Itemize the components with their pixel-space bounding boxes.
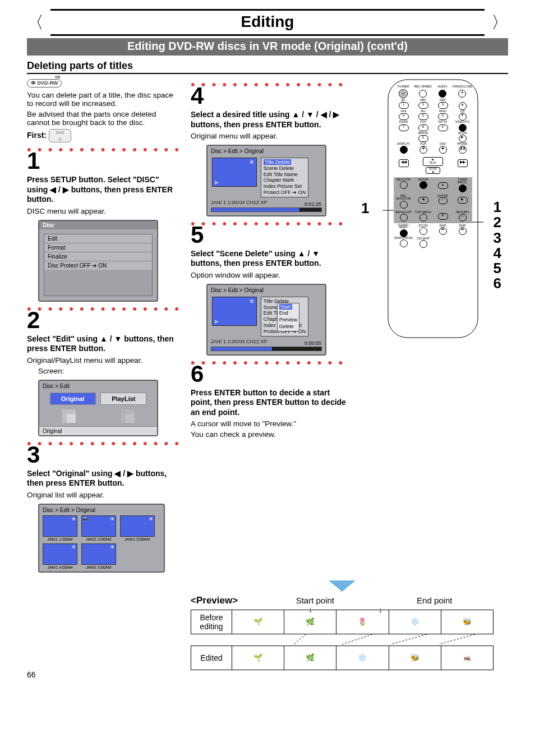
btn-label: ZOOM: [413, 224, 433, 228]
osd5-menu: Title Delete Scene Delete Edit Title Nam…: [261, 297, 309, 336]
step-1-number: 1: [27, 149, 178, 173]
column-left: VR 👁 DVD-RW You can delete part of a tit…: [27, 77, 178, 577]
btn-label: DISPLAY: [394, 142, 413, 146]
btn-num: 4: [399, 113, 409, 120]
step-3-number: 3: [27, 443, 178, 467]
popup-item: Start: [279, 304, 292, 310]
btn-label: MENU/LIST: [394, 211, 413, 214]
cube-icon: [121, 409, 135, 423]
osd1-item: Finalize: [44, 252, 152, 261]
end-point-label: End point: [417, 596, 452, 605]
btn-num: 2: [418, 102, 428, 109]
btn-label: CLEAR/C-RESET: [394, 224, 413, 229]
osd-scene-delete: Disc > Edit > Original ▣▶ Title Delete S…: [206, 284, 326, 356]
preview-table: Before editing 🌱 🌿 🌷 ❄️ 🐝 Edited 🌱 🌿: [191, 610, 494, 670]
intro-text-2: Be advised that the parts once deleted c…: [27, 110, 178, 127]
page-number: 66: [27, 670, 36, 679]
btn-label: PAUSE: [453, 142, 472, 146]
page-title: Editing: [50, 11, 485, 34]
svg-line-6: [439, 634, 475, 644]
callout-num: 5: [494, 261, 501, 276]
btn-label: JKL: [413, 110, 433, 113]
page-title-frame: 〈 Editing 〉: [27, 9, 508, 36]
remote-illustration: 1 1 2 3 4 5 6: [382, 77, 483, 341]
osd4-title: Disc > Edit > Original: [207, 146, 325, 154]
popup-item: Preview: [279, 317, 297, 324]
btn-label: PQRS: [394, 121, 413, 124]
osd4-item: Scene Delete: [264, 165, 306, 172]
cube-icon: [62, 409, 76, 423]
step-4-body: Original menu will appear.: [191, 132, 348, 140]
btn-label: SEARCH MODE: [394, 237, 413, 240]
osd-original-menu: Disc > Edit > Original ▣▶ Title Delete S…: [206, 145, 326, 216]
btn-label: VCR: [413, 142, 433, 146]
step-divider: • • • • • • • • • • • • • • • • • • • • …: [191, 222, 348, 227]
vr-label: VR: [55, 75, 61, 79]
start-point-label: Start point: [296, 596, 334, 605]
step-3-head: Select "Original" using ◀ / ▶ buttons, t…: [27, 469, 178, 488]
btn-num: 5: [418, 113, 428, 120]
callout-num: 1: [494, 200, 501, 215]
column-right: 1 1 2 3 4 5 6: [360, 77, 506, 341]
step-6-head: Press ENTER button to decide a start poi…: [191, 388, 348, 418]
osd4-menu: Title Delete Scene Delete Edit Title Nam…: [261, 158, 309, 197]
osd4-item: Chapter Mark: [264, 177, 306, 183]
step-5-number: 5: [191, 223, 348, 247]
osd5-time: 0:00:55: [305, 340, 321, 346]
osd4-time: 0:01:25: [305, 201, 321, 207]
intro-text-1: You can delete part of a title, the disc…: [27, 91, 178, 108]
btn-num: 6: [438, 113, 448, 120]
btn-label: REC SPEED: [413, 85, 433, 89]
step-divider: • • • • • • • • • • • • • • • • • • • • …: [27, 148, 178, 153]
btn-label: GHI: [394, 110, 413, 113]
svg-line-3: [294, 634, 306, 644]
osd1-item: Format: [44, 243, 152, 252]
step-2-head: Select "Edit" using ▲ / ▼ buttons, then …: [27, 334, 178, 354]
popup-item: End: [279, 310, 297, 317]
dvd-rw-badge: VR 👁 DVD-RW: [27, 79, 62, 87]
svg-line-5: [390, 634, 427, 644]
step-divider: • • • • • • • • • • • • • • • • • • • • …: [27, 307, 178, 312]
osd-original-list: Disc > Edit > Original ▣JAN/1 1:00AM 📷▣J…: [38, 504, 165, 573]
screen-label: Screen:: [38, 367, 178, 375]
btn-num: 0: [418, 135, 428, 142]
btn-label: @!:: [394, 99, 413, 102]
step-1-head: Press SETUP button. Select "DISC" using …: [27, 175, 178, 205]
popup-item: Delete: [279, 324, 297, 330]
preview-section: <Preview> Start point End point ↓ ↓ Befo…: [191, 580, 494, 670]
btn-label: SLOW: [453, 132, 472, 135]
osd-disc-menu: Disc Edit Format Finalize Disc Protect O…: [38, 220, 158, 302]
row-before-label: Before editing: [191, 610, 232, 634]
btn-label: REC/OTR: [394, 178, 413, 182]
remote-left-callout: 1: [361, 200, 369, 217]
thumb-caption: JAN/1 1:00AM: [43, 537, 77, 541]
btn-label: TOP MENU: [413, 211, 433, 214]
btn-label: OPEN/CLOSE: [452, 85, 472, 89]
btn-label: CM SKIP: [413, 237, 433, 241]
step-6-body-1: A cursor will move to "Preview.": [191, 420, 348, 428]
osd5-title: Disc > Edit > Original: [207, 285, 325, 293]
btn-label: TUV: [413, 121, 433, 124]
remote-right-callouts: 1 2 3 4 5 6: [494, 200, 501, 292]
btn-num: 3: [438, 102, 448, 109]
osd4-item: Edit Title Name: [264, 172, 306, 178]
osd2-title: Disc > Edit: [39, 381, 157, 389]
step-6-body-2: You can check a preview.: [191, 430, 348, 439]
osd-edit-menu: Disc > Edit Original PlayList Original: [38, 380, 158, 436]
btn-label: DVD: [433, 142, 453, 146]
first-label: First:: [27, 131, 47, 140]
tab-playlist: PlayList: [100, 393, 146, 405]
btn-label: VIDEO/TV: [453, 121, 472, 124]
step-1-body: DISC menu will appear.: [27, 207, 178, 215]
btn-label: ABC: [413, 99, 433, 102]
step-divider: • • • • • • • • • • • • • • • • • • • • …: [27, 442, 178, 446]
step-4-number: 4: [191, 84, 348, 108]
step-5-head: Select "Scene Delete" using ▲ / ▼ button…: [191, 249, 348, 269]
svg-line-4: [342, 634, 372, 644]
callout-num: 3: [494, 231, 501, 246]
btn-label: SPACE: [413, 132, 433, 135]
btn-label: DEF: [433, 99, 453, 102]
btn-label: WXYZ: [433, 121, 453, 124]
step-3-body: Original list will appear.: [27, 491, 178, 499]
row-edited-label: Edited: [191, 646, 232, 670]
